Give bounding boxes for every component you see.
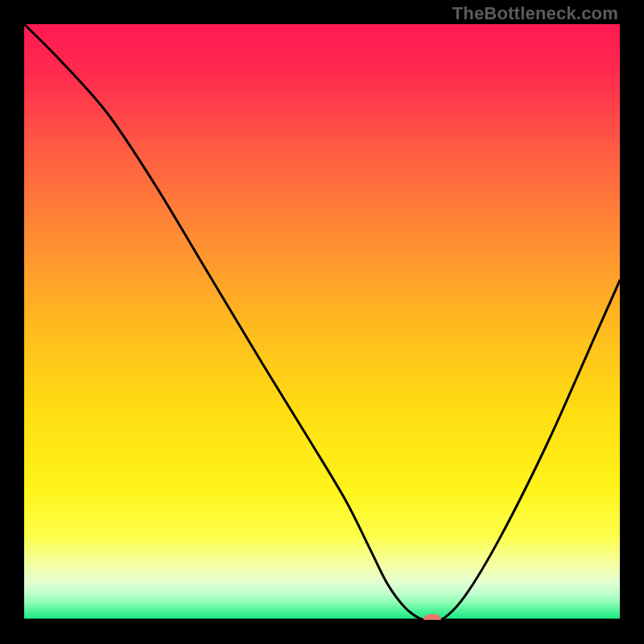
chart-frame: TheBottleneck.com bbox=[0, 0, 644, 644]
bottleneck-curve bbox=[24, 24, 620, 620]
watermark-text: TheBottleneck.com bbox=[452, 3, 618, 24]
plot-area bbox=[24, 24, 620, 620]
optimum-marker bbox=[423, 614, 441, 620]
